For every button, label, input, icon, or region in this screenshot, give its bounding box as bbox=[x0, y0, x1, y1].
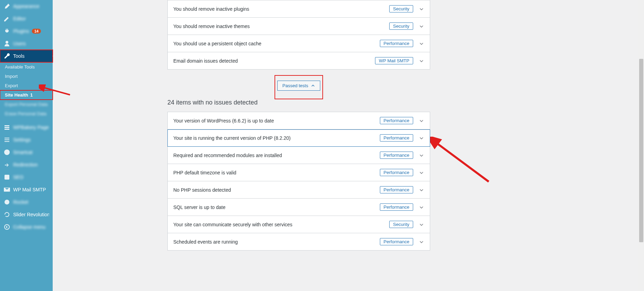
svg-point-3 bbox=[5, 225, 9, 229]
seo-icon bbox=[3, 174, 10, 181]
sidebar-item-appearance[interactable]: Appearance bbox=[0, 0, 53, 12]
passed-heading: 24 items with no issues detected bbox=[167, 99, 430, 106]
chevron-down-icon[interactable] bbox=[419, 41, 424, 46]
sidebar-item-tools[interactable]: Tools bbox=[0, 50, 53, 62]
health-check-row[interactable]: SQL server is up to date Performance bbox=[167, 199, 430, 216]
health-check-row[interactable]: You should remove inactive themes Securi… bbox=[167, 18, 430, 35]
chevron-down-icon[interactable] bbox=[419, 24, 424, 29]
sidebar-item-label: Rocket bbox=[13, 199, 28, 205]
tools-submenu: Available Tools Import Export Site Healt… bbox=[0, 62, 53, 118]
sidebar-item-users[interactable]: Users bbox=[0, 37, 53, 50]
sidebar-item-label: Appearance bbox=[13, 3, 40, 9]
category-pill: Performance bbox=[380, 186, 413, 193]
submenu-erase-personal[interactable]: Erase Personal Data bbox=[0, 109, 53, 118]
sidebar-item-label: Tools bbox=[13, 53, 25, 59]
sidebar-item-redirection[interactable]: Redirection bbox=[0, 158, 53, 171]
plug-icon bbox=[3, 28, 10, 35]
health-check-row[interactable]: Your version of WordPress (6.6.2) is up … bbox=[167, 112, 430, 129]
chevron-down-icon[interactable] bbox=[419, 222, 424, 227]
sidebar-item-plugins[interactable]: Plugins 14 bbox=[0, 25, 53, 37]
health-check-title: You should use a persistent object cache bbox=[173, 41, 261, 46]
category-pill: Performance bbox=[380, 152, 413, 159]
health-check-row[interactable]: No PHP sessions detected Performance bbox=[167, 181, 430, 199]
chevron-down-icon[interactable] bbox=[419, 153, 424, 158]
collapse-icon bbox=[3, 224, 10, 230]
sidebar-item-label: Editor bbox=[13, 16, 26, 21]
health-check-row[interactable]: Your site is running the current version… bbox=[167, 129, 430, 147]
scrollbar-thumb[interactable] bbox=[639, 59, 643, 242]
category-pill: WP Mail SMTP bbox=[375, 57, 413, 64]
health-check-row[interactable]: Required and recommended modules are ins… bbox=[167, 147, 430, 164]
health-check-title: Email domain issues detected bbox=[173, 58, 238, 64]
health-check-title: No PHP sessions detected bbox=[173, 187, 231, 193]
submenu-available-tools[interactable]: Available Tools bbox=[0, 62, 53, 72]
health-check-title: Your site is running the current version… bbox=[173, 135, 291, 141]
whatsapp-icon bbox=[3, 149, 10, 156]
refresh-icon bbox=[3, 211, 10, 218]
sidebar-item-wpbakery[interactable]: WPBakery Page Builder bbox=[0, 121, 53, 134]
category-pill: Security bbox=[389, 22, 413, 30]
recommended-list: You should remove inactive plugins Secur… bbox=[167, 0, 430, 70]
submenu-site-health[interactable]: Site Health 1 bbox=[0, 90, 53, 100]
sidebar-item-smartcat[interactable]: Smartcat bbox=[0, 146, 53, 158]
health-check-title: Required and recommended modules are ins… bbox=[173, 153, 282, 158]
chevron-down-icon[interactable] bbox=[419, 118, 424, 124]
health-check-row[interactable]: Your site can communicate securely with … bbox=[167, 216, 430, 233]
passed-list: Your version of WordPress (6.6.2) is up … bbox=[167, 112, 430, 251]
category-pill: Performance bbox=[380, 203, 413, 211]
health-check-title: SQL server is up to date bbox=[173, 204, 225, 210]
sidebar-item-label: WPBakery Page Builder bbox=[13, 125, 49, 130]
badge-count: 1 bbox=[30, 92, 33, 98]
sidebar-item-slider-revolution[interactable]: Slider Revolution bbox=[0, 208, 53, 221]
chevron-down-icon[interactable] bbox=[419, 204, 424, 210]
badge-count: 14 bbox=[32, 29, 41, 34]
category-pill: Performance bbox=[380, 134, 413, 142]
sidebar-item-seo[interactable]: SEO bbox=[0, 171, 53, 183]
sidebar-item-collapse[interactable]: Collapse menu bbox=[0, 221, 53, 233]
svg-point-0 bbox=[4, 149, 10, 155]
health-check-row[interactable]: Scheduled events are running Performance bbox=[167, 233, 430, 251]
submenu-export[interactable]: Export bbox=[0, 81, 53, 90]
sidebar-item-label: Slider Revolution bbox=[13, 212, 49, 217]
sidebar-item-label: Plugins bbox=[13, 28, 29, 34]
layers-icon bbox=[3, 124, 10, 131]
chevron-down-icon[interactable] bbox=[419, 187, 424, 193]
svg-rect-1 bbox=[5, 175, 9, 180]
chevron-down-icon[interactable] bbox=[419, 135, 424, 141]
submenu-export-personal[interactable]: Export Personal Data bbox=[0, 100, 53, 109]
sidebar-item-label: Smartcat bbox=[13, 149, 33, 155]
chevron-down-icon[interactable] bbox=[419, 170, 424, 175]
sidebar-item-label: Settings bbox=[13, 137, 31, 143]
submenu-import[interactable]: Import bbox=[0, 72, 53, 81]
sidebar-item-editor[interactable]: Editor bbox=[0, 12, 53, 25]
health-check-title: PHP default timezone is valid bbox=[173, 170, 236, 175]
sidebar-item-label: WP Mail SMTP bbox=[13, 187, 46, 192]
user-icon bbox=[3, 40, 10, 47]
svg-point-2 bbox=[5, 200, 9, 204]
brush-icon bbox=[3, 3, 10, 10]
health-check-row[interactable]: PHP default timezone is valid Performanc… bbox=[167, 164, 430, 181]
submenu-label: Site Health bbox=[5, 92, 28, 98]
wrench-icon bbox=[3, 53, 10, 60]
health-check-row[interactable]: Email domain issues detected WP Mail SMT… bbox=[167, 52, 430, 70]
sidebar-item-wpmailsmtp[interactable]: WP Mail SMTP bbox=[0, 183, 53, 196]
sidebar-item-label: Collapse menu bbox=[13, 224, 45, 230]
health-check-title: Your version of WordPress (6.6.2) is up … bbox=[173, 118, 274, 124]
sidebar-item-settings[interactable]: Settings bbox=[0, 134, 53, 146]
share-icon bbox=[3, 161, 10, 168]
health-check-title: Your site can communicate securely with … bbox=[173, 222, 292, 227]
health-check-title: Scheduled events are running bbox=[173, 239, 238, 245]
health-check-title: You should remove inactive plugins bbox=[173, 6, 249, 12]
chevron-down-icon[interactable] bbox=[419, 6, 424, 12]
sidebar-item-rocket[interactable]: Rocket bbox=[0, 196, 53, 208]
main-content: You should remove inactive plugins Secur… bbox=[53, 0, 545, 291]
health-check-title: You should remove inactive themes bbox=[173, 24, 250, 29]
scrollbar[interactable] bbox=[638, 0, 644, 291]
category-pill: Performance bbox=[380, 238, 413, 245]
sidebar-item-label: Redirection bbox=[13, 162, 38, 167]
chevron-down-icon[interactable] bbox=[419, 58, 424, 64]
admin-sidebar: Appearance Editor Plugins 14 Users To bbox=[0, 0, 53, 291]
health-check-row[interactable]: You should use a persistent object cache… bbox=[167, 35, 430, 52]
health-check-row[interactable]: You should remove inactive plugins Secur… bbox=[167, 0, 430, 18]
chevron-down-icon[interactable] bbox=[419, 239, 424, 245]
